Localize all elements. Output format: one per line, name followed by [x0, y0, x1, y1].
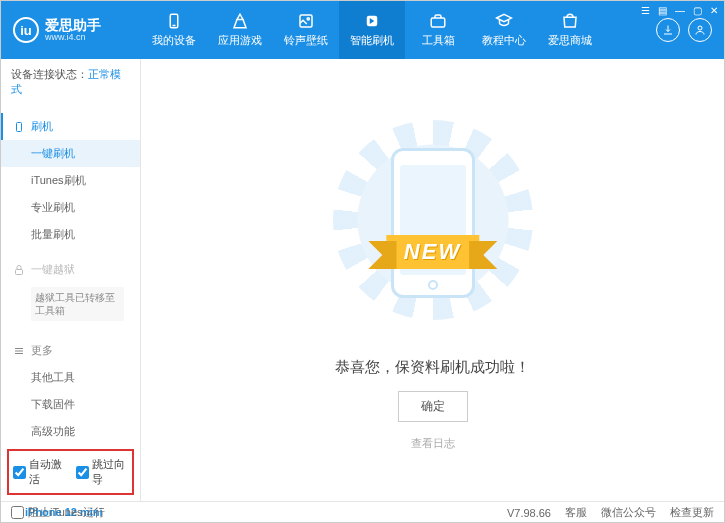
ok-button[interactable]: 确定	[398, 391, 468, 422]
app-header: iu 爱思助手 www.i4.cn 我的设备 应用游戏 铃声壁纸 智能刷机 工具…	[1, 1, 724, 59]
download-button[interactable]	[656, 18, 680, 42]
lock-icon[interactable]: ▤	[658, 5, 667, 16]
sidebar-item-batch-flash[interactable]: 批量刷机	[1, 221, 140, 248]
svg-rect-5	[431, 18, 445, 27]
list-icon	[13, 345, 25, 357]
wechat-link[interactable]: 微信公众号	[601, 505, 656, 520]
success-message: 恭喜您，保资料刷机成功啦！	[335, 358, 530, 377]
close-button[interactable]: ✕	[710, 5, 718, 16]
toolbox-icon	[429, 12, 447, 30]
section-flash[interactable]: 刷机	[1, 113, 140, 140]
checkbox-block-itunes[interactable]: 阻止iTunes运行	[11, 505, 105, 520]
main-nav: 我的设备 应用游戏 铃声壁纸 智能刷机 工具箱 教程中心 爱思商城	[141, 1, 656, 59]
user-icon	[694, 24, 706, 36]
app-name: 爱思助手	[45, 18, 101, 32]
nav-tutorials[interactable]: 教程中心	[471, 1, 537, 59]
options-box: 自动激活 跳过向导	[7, 449, 134, 495]
nav-flash[interactable]: 智能刷机	[339, 1, 405, 59]
store-icon	[561, 12, 579, 30]
minimize-button[interactable]: —	[675, 5, 685, 16]
nav-toolbox[interactable]: 工具箱	[405, 1, 471, 59]
service-link[interactable]: 客服	[565, 505, 587, 520]
sidebar-item-itunes-flash[interactable]: iTunes刷机	[1, 167, 140, 194]
phone-small-icon	[13, 121, 25, 133]
connection-status: 设备连接状态：正常模式	[1, 59, 140, 105]
svg-rect-7	[17, 122, 22, 131]
phone-icon	[165, 12, 183, 30]
maximize-button[interactable]: ▢	[693, 5, 702, 16]
window-controls: ☰ ▤ — ▢ ✕	[641, 5, 718, 16]
section-jailbreak[interactable]: 一键越狱	[1, 256, 140, 283]
sidebar-item-pro-flash[interactable]: 专业刷机	[1, 194, 140, 221]
nav-my-device[interactable]: 我的设备	[141, 1, 207, 59]
sidebar-item-other-tools[interactable]: 其他工具	[1, 364, 140, 391]
apps-icon	[231, 12, 249, 30]
checkbox-auto-activate[interactable]: 自动激活	[13, 457, 66, 487]
sidebar-item-oneclick-flash[interactable]: 一键刷机	[1, 140, 140, 167]
update-link[interactable]: 检查更新	[670, 505, 714, 520]
download-icon	[662, 24, 674, 36]
flash-icon	[363, 12, 381, 30]
app-url: www.i4.cn	[45, 32, 101, 42]
nav-ringtones[interactable]: 铃声壁纸	[273, 1, 339, 59]
sidebar-item-advanced[interactable]: 高级功能	[1, 418, 140, 445]
new-banner: NEW	[386, 235, 479, 269]
section-more[interactable]: 更多	[1, 337, 140, 364]
sidebar-item-download-fw[interactable]: 下载固件	[1, 391, 140, 418]
user-button[interactable]	[688, 18, 712, 42]
svg-rect-8	[16, 269, 23, 274]
svg-point-3	[307, 18, 309, 20]
main-content: NEW 恭喜您，保资料刷机成功啦！ 确定 查看日志	[141, 59, 724, 501]
sidebar: 设备连接状态：正常模式 刷机 一键刷机 iTunes刷机 专业刷机 批量刷机 一…	[1, 59, 141, 501]
checkbox-skip-guide[interactable]: 跳过向导	[76, 457, 129, 487]
nav-apps[interactable]: 应用游戏	[207, 1, 273, 59]
lock-icon	[13, 264, 25, 276]
nav-store[interactable]: 爱思商城	[537, 1, 603, 59]
tutorial-icon	[495, 12, 513, 30]
view-log-link[interactable]: 查看日志	[411, 436, 455, 451]
version-label: V7.98.66	[507, 507, 551, 519]
svg-point-6	[698, 26, 702, 30]
app-logo: iu 爱思助手 www.i4.cn	[1, 17, 141, 43]
menu-icon[interactable]: ☰	[641, 5, 650, 16]
success-illustration: NEW	[353, 130, 513, 330]
logo-icon: iu	[13, 17, 39, 43]
wallpaper-icon	[297, 12, 315, 30]
jailbreak-note: 越狱工具已转移至工具箱	[31, 287, 124, 321]
